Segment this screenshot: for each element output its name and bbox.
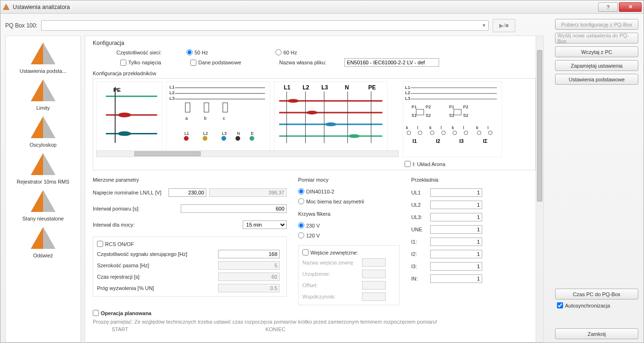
close-button-bottom[interactable]: Zamknij — [555, 328, 638, 339]
rcs-regtime-input — [218, 273, 280, 281]
interval-input[interactable] — [181, 204, 287, 213]
diagram-2-3-wire[interactable]: PE γ - 2 lub 3 przewodowy — [96, 81, 162, 157]
rcs-toggle-check[interactable]: RCS ON/OF — [97, 241, 282, 247]
diagram-3phase-delta[interactable]: L1L2L3 abc L1L2L3NE Układ 3 fazowy - tró… — [166, 81, 270, 157]
svg-text:L2: L2 — [203, 131, 208, 136]
fetch-config-button[interactable]: Pobierz konfigurację z PQ-Box — [555, 19, 638, 30]
filename-input[interactable] — [344, 58, 439, 67]
svg-point-41 — [249, 136, 254, 141]
flicker-120-radio[interactable]: 120 V — [298, 232, 400, 238]
svg-point-39 — [221, 136, 226, 141]
autosync-check[interactable]: Autosynchronizacja — [555, 302, 638, 308]
svg-point-56 — [288, 99, 299, 103]
svg-text:k: k — [452, 125, 454, 130]
svg-text:a: a — [185, 116, 188, 121]
vertical-scrollbar[interactable] — [536, 36, 543, 342]
sidebar-item-refresh[interactable]: Odśwież — [7, 224, 79, 259]
ratio-section-title: Przekładnia — [411, 177, 501, 183]
ratio-i2-input[interactable] — [430, 250, 482, 258]
svg-text:L1: L1 — [405, 85, 411, 90]
ratio-row-i3: I3: — [411, 262, 501, 271]
rcs-threshold-label: Próg wyzwolenia [% UN] — [97, 285, 215, 291]
rcs-freq-input[interactable] — [218, 250, 280, 258]
ratio-i1-input[interactable] — [430, 237, 482, 246]
svg-point-84 — [407, 131, 411, 135]
planned-start-label: START — [112, 326, 128, 332]
window-title: Ustawienia analizatora — [13, 4, 597, 10]
svg-text:L3: L3 — [169, 96, 175, 101]
freq-50-radio[interactable]: 50 Hz — [186, 49, 272, 55]
play-stop-button[interactable]: ▶/■ — [493, 19, 515, 32]
interval-label: Interwał pomiaru [s]: — [93, 206, 178, 211]
nominal-ln-input[interactable] — [168, 188, 206, 197]
help-button[interactable]: ? — [598, 2, 618, 12]
svg-text:L3: L3 — [222, 131, 227, 136]
transducers-section-title: Konfiguracja przekładników — [93, 70, 536, 76]
svg-point-87 — [441, 131, 445, 135]
diagram-row: PE γ - 2 lub 3 przewodowy — [93, 78, 536, 170]
svg-text:l: l — [463, 125, 464, 130]
svg-point-90 — [477, 131, 481, 135]
svg-text:S1: S1 — [449, 113, 454, 118]
diagram-hscroll[interactable] — [96, 150, 399, 157]
power-interval-select[interactable]: 15 min — [243, 220, 287, 229]
svg-text:S2: S2 — [463, 113, 468, 118]
svg-text:L3: L3 — [321, 84, 328, 91]
svg-point-89 — [464, 131, 468, 135]
ratio-ul2-input[interactable] — [430, 201, 482, 209]
diagram-3phase-wye[interactable]: L1L2L3NPE Układ 3 fazowy - gwiazda — [274, 81, 388, 157]
ratio-row-ul2: UL2 — [411, 201, 501, 209]
ratio-in-input[interactable] — [430, 274, 482, 283]
sidebar-item-label: Rejestrator 10ms RMS — [17, 179, 69, 185]
basic-data-check[interactable]: Dane podstawowe — [190, 60, 275, 66]
reactive-radio[interactable]: Moc bierna bez asymetrii — [298, 198, 400, 204]
rcs-bandwidth-input — [218, 261, 280, 270]
flicker-230-radio[interactable]: 230 V — [298, 222, 400, 229]
nominal-voltage-label: Napięcie nominalne LN/LL [V] — [93, 190, 166, 195]
ratio-une-input[interactable] — [430, 225, 482, 234]
planned-op-check[interactable]: Operacja planowana — [93, 310, 151, 316]
svg-text:k: k — [406, 125, 408, 130]
freq-60-radio[interactable]: 60 Hz — [275, 49, 297, 55]
din-radio[interactable]: DIN40110-2 — [298, 188, 400, 194]
external-offset-label: Offset: — [302, 282, 359, 288]
sidebar-item-transients[interactable]: Stany nieustalone — [7, 187, 79, 222]
external-toggle-check[interactable]: Wejście zewnętrzne: — [302, 249, 396, 255]
svg-rect-27 — [204, 103, 209, 112]
sidebar-item-basic-settings[interactable]: Ustawienia podsta... — [7, 40, 79, 75]
svg-text:I2: I2 — [436, 138, 440, 144]
ratio-ul1-input[interactable] — [430, 188, 482, 197]
ratio-row-ul1: UL1 — [411, 188, 501, 197]
flicker-section-title: Krzywa flikera — [298, 211, 400, 217]
svg-point-37 — [184, 136, 189, 141]
svg-text:I3: I3 — [459, 138, 464, 144]
ratio-ul3-input[interactable] — [430, 213, 482, 221]
pc-time-button[interactable]: Czas PC do PQ-Box — [555, 289, 638, 299]
sidebar-item-oscilloscope[interactable]: Oscyloskop — [7, 114, 79, 149]
svg-text:P2: P2 — [426, 105, 431, 109]
svg-point-40 — [236, 136, 240, 141]
pq-box-select[interactable] — [41, 20, 489, 31]
content-panel: Konfiguracja Częstotliwość sieci: 50 Hz … — [85, 35, 544, 343]
svg-rect-28 — [223, 103, 228, 112]
svg-text:L2: L2 — [303, 84, 309, 91]
aron-check[interactable]: I: Układ Arona — [405, 161, 502, 167]
svg-text:P2: P2 — [463, 105, 468, 109]
power-interval-label: Interwał dla mocy: — [93, 222, 176, 228]
svg-text:IΣ: IΣ — [483, 138, 487, 144]
ratio-i3-input[interactable] — [430, 262, 482, 271]
svg-marker-10 — [43, 190, 55, 212]
planned-end-label: KONIEC — [265, 326, 285, 332]
config-section-title: Konfiguracja — [93, 40, 536, 46]
svg-text:L2: L2 — [169, 90, 175, 95]
svg-marker-2 — [43, 43, 55, 64]
svg-text:N: N — [345, 84, 349, 91]
external-coef-input — [362, 292, 386, 301]
sidebar-item-recorder[interactable]: Rejestrator 10ms RMS — [7, 150, 79, 185]
voltages-only-check[interactable]: Tylko napięcia — [120, 60, 186, 66]
svg-text:PE: PE — [113, 87, 121, 93]
sidebar-item-limits[interactable]: Limity — [7, 77, 79, 112]
planned-note: Proszę pamiętać: Ze względów technicznyc… — [93, 319, 536, 325]
svg-point-88 — [453, 131, 457, 135]
close-button[interactable]: ✕ — [619, 2, 642, 12]
